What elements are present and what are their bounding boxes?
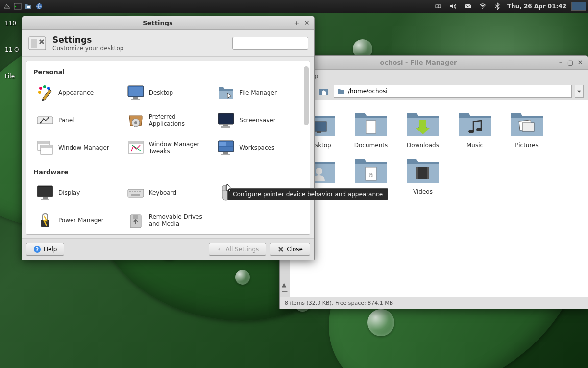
tooltip: Configure pointer device behavior and ap…	[227, 188, 388, 200]
wm-tweaks-icon	[125, 137, 146, 158]
settings-item-screensaver[interactable]: Screensaver	[214, 108, 303, 132]
desktop-icon[interactable]: File	[5, 73, 19, 79]
mail-icon[interactable]	[463, 1, 473, 11]
settings-titlebar[interactable]: Settings + ✕	[22, 16, 314, 30]
settings-item-keyboard[interactable]: Keyboard	[124, 181, 213, 205]
eject-icon[interactable]: ▲—	[282, 281, 288, 295]
svg-rect-62	[131, 194, 140, 196]
desktop-icons: 110 11 O File	[5, 20, 19, 99]
settings-item-panel[interactable]: Panel	[33, 108, 122, 132]
close-icon	[277, 246, 284, 253]
settings-title: Settings	[52, 35, 123, 45]
svg-rect-36	[218, 113, 234, 124]
svg-rect-57	[129, 191, 131, 192]
settings-item-display[interactable]: Display	[33, 181, 122, 205]
svg-rect-59	[134, 191, 136, 192]
close-button[interactable]: ✕	[577, 59, 584, 66]
settings-item-appearance[interactable]: Appearance	[33, 81, 122, 105]
svg-rect-50	[223, 152, 228, 154]
power-icon	[35, 210, 55, 231]
nav-home-icon[interactable]	[317, 84, 331, 98]
folder-documents[interactable]: Documents	[349, 108, 392, 149]
back-icon	[216, 246, 223, 253]
file-manager-icon	[216, 82, 236, 103]
removable-icon	[125, 210, 146, 231]
all-settings-button: All Settings	[209, 243, 266, 256]
svg-point-14	[316, 168, 322, 175]
file-manager-statusbar: 8 items (32.0 KB), Free space: 874.1 MB	[280, 297, 588, 309]
settings-item-wm-tweaks[interactable]: Window Manager Tweaks	[124, 136, 213, 159]
close-button[interactable]: Close	[270, 243, 310, 256]
settings-body: Personal Appearance Desktop File Manager…	[26, 61, 310, 235]
svg-rect-38	[221, 126, 230, 128]
svg-rect-28	[129, 87, 143, 96]
desktop-icon[interactable]: 11 O	[5, 46, 19, 53]
svg-rect-67	[133, 215, 138, 219]
window-manager-icon	[35, 137, 55, 158]
battery-icon[interactable]	[434, 1, 443, 11]
svg-rect-46	[219, 142, 226, 146]
file-manager-launcher-icon[interactable]	[24, 1, 33, 11]
settings-item-file-manager[interactable]: File Manager	[214, 81, 303, 105]
folder-videos[interactable]: Videos	[401, 155, 444, 195]
svg-rect-21	[31, 39, 37, 48]
desktop-icon[interactable]: 110	[5, 20, 19, 26]
top-panel: Thu, 26 Apr 01:42	[0, 0, 588, 13]
svg-rect-47	[226, 142, 233, 146]
svg-point-6	[482, 8, 483, 9]
file-manager-titlebar[interactable]: ochosi - File Manager – ▢ ✕	[280, 56, 588, 70]
applications-menu-icon[interactable]	[2, 1, 12, 11]
path-bar[interactable]: /home/ochosi	[334, 85, 572, 98]
folder-music[interactable]: Music	[453, 108, 496, 149]
svg-point-32	[40, 122, 42, 124]
svg-point-35	[134, 121, 137, 124]
svg-point-24	[43, 85, 46, 88]
close-button[interactable]: ✕	[303, 20, 310, 26]
wifi-icon[interactable]	[478, 1, 488, 11]
settings-item-desktop[interactable]: Desktop	[124, 81, 213, 105]
svg-rect-60	[137, 191, 138, 192]
terminal-icon[interactable]	[13, 1, 23, 11]
file-manager-menubar: Go Help	[280, 70, 588, 82]
settings-search[interactable]	[232, 37, 308, 50]
svg-rect-48	[219, 147, 226, 151]
appearance-icon	[35, 82, 55, 103]
scrollbar[interactable]	[304, 66, 309, 125]
svg-rect-4	[441, 6, 441, 7]
cursor-pointer-icon	[224, 183, 233, 196]
minimize-button[interactable]: –	[557, 59, 564, 66]
bluetooth-icon[interactable]	[492, 1, 502, 11]
section-personal: Personal	[33, 66, 303, 78]
svg-rect-51	[221, 154, 230, 155]
svg-rect-55	[41, 199, 49, 200]
volume-icon[interactable]	[448, 1, 458, 11]
maximize-button[interactable]: ▢	[567, 59, 574, 66]
svg-rect-53	[38, 187, 52, 196]
maximize-button[interactable]: +	[294, 20, 300, 26]
search-input[interactable]	[235, 40, 308, 47]
folder-pictures[interactable]: Pictures	[505, 108, 548, 149]
help-button[interactable]: ? Help	[26, 243, 64, 256]
panel-icon	[35, 110, 55, 131]
settings-item-removable[interactable]: Removable Drives and Media	[124, 209, 213, 232]
svg-rect-40	[38, 141, 49, 144]
svg-text:a: a	[368, 170, 373, 179]
clock[interactable]: Thu, 26 Apr 01:42	[507, 3, 566, 10]
preferred-apps-icon	[125, 110, 146, 131]
svg-rect-44	[128, 141, 143, 144]
path-dropdown-icon[interactable]	[575, 85, 584, 98]
settings-item-preferred-apps[interactable]: Preferred Applications	[124, 108, 213, 132]
settings-item-power[interactable]: Power Manager	[33, 209, 122, 232]
svg-rect-13	[522, 123, 534, 131]
web-browser-launcher-icon[interactable]	[34, 1, 44, 11]
folder-downloads[interactable]: Downloads	[401, 108, 444, 149]
svg-rect-8	[317, 131, 321, 133]
settings-item-window-manager[interactable]: Window Manager	[33, 136, 122, 159]
workspace-switcher[interactable]	[571, 2, 586, 11]
svg-rect-56	[128, 189, 144, 197]
path-text: /home/ochosi	[348, 88, 388, 95]
settings-item-workspaces[interactable]: Workspaces	[214, 136, 303, 159]
window-title: Settings	[22, 19, 294, 26]
workspaces-icon	[216, 137, 236, 158]
settings-subtitle: Customize your desktop	[52, 45, 123, 52]
